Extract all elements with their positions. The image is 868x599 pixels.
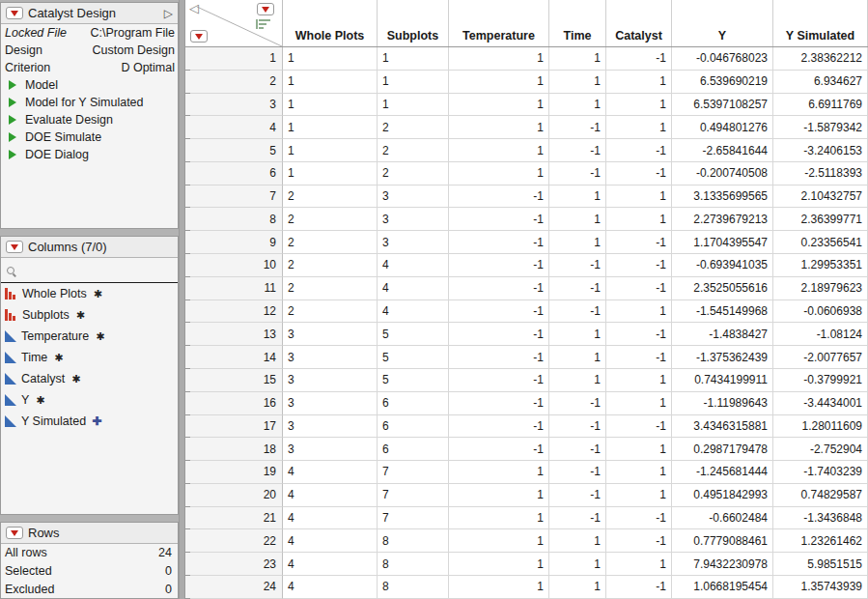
cell-time[interactable]: -1: [549, 438, 606, 461]
cell-temperature[interactable]: 1: [449, 576, 549, 599]
outline-item-model-for-y-simulated[interactable]: Model for Y Simulated: [1, 94, 178, 111]
cell-whole-plots[interactable]: 3: [283, 346, 378, 369]
cell-temperature[interactable]: -1: [449, 392, 549, 415]
cell-catalyst[interactable]: -1: [606, 415, 672, 439]
cell-catalyst[interactable]: 1: [606, 116, 672, 139]
cell-y-simulated[interactable]: -2.752904: [773, 438, 868, 461]
cell-y-simulated[interactable]: -1.3436848: [773, 507, 868, 530]
cell-time[interactable]: -1: [549, 162, 606, 185]
cell-subplots[interactable]: 8: [378, 553, 449, 576]
column-item-y-simulated[interactable]: Y Simulated✚: [1, 411, 178, 432]
cell-time[interactable]: 1: [549, 369, 606, 392]
cell-y-simulated[interactable]: 0.74829587: [773, 484, 868, 507]
sidebar-splitter[interactable]: [179, 0, 185, 599]
cell-catalyst[interactable]: -1: [606, 47, 672, 71]
table-collapse-icon[interactable]: ◁: [189, 1, 199, 15]
cell-temperature[interactable]: 1: [449, 553, 549, 576]
cell-y[interactable]: 3.1335699565: [672, 185, 773, 209]
cell-catalyst[interactable]: 1: [606, 553, 672, 576]
row-number[interactable]: 10: [185, 254, 283, 277]
cell-catalyst[interactable]: -1: [606, 254, 672, 277]
cell-catalyst[interactable]: -1: [606, 346, 672, 369]
catalyst-design-menu-button[interactable]: [6, 7, 23, 19]
cell-time[interactable]: 1: [549, 576, 606, 599]
column-item-catalyst[interactable]: Catalyst✱: [1, 368, 178, 389]
cell-time[interactable]: -1: [549, 254, 606, 277]
cell-time[interactable]: 1: [549, 94, 606, 117]
cell-temperature[interactable]: 1: [449, 529, 549, 553]
row-number[interactable]: 3: [185, 94, 283, 117]
cell-subplots[interactable]: 4: [378, 277, 449, 300]
cell-catalyst[interactable]: 1: [606, 71, 672, 94]
cell-y[interactable]: 0.7434199911: [672, 369, 773, 392]
cell-time[interactable]: 1: [549, 346, 606, 369]
cell-time[interactable]: 1: [549, 208, 606, 231]
cell-y[interactable]: 6.5397108257: [672, 94, 773, 117]
cell-y[interactable]: 0.4951842993: [672, 484, 773, 507]
columns-menu-button[interactable]: [6, 241, 23, 253]
cell-time[interactable]: -1: [549, 484, 606, 507]
cell-y[interactable]: 1.1704395547: [672, 231, 773, 254]
cell-subplots[interactable]: 5: [378, 369, 449, 392]
cell-y-simulated[interactable]: -3.2406153: [773, 139, 868, 162]
cell-whole-plots[interactable]: 2: [283, 208, 378, 231]
row-number[interactable]: 8: [185, 208, 283, 231]
row-number[interactable]: 20: [185, 484, 283, 507]
row-number[interactable]: 16: [185, 392, 283, 415]
row-number[interactable]: 21: [185, 507, 283, 530]
columns-search-input[interactable]: [18, 263, 134, 278]
cell-whole-plots[interactable]: 1: [283, 162, 378, 185]
cell-y[interactable]: 1.0668195454: [672, 576, 773, 599]
cell-subplots[interactable]: 7: [378, 507, 449, 530]
cell-y[interactable]: -0.693941035: [672, 254, 773, 277]
cell-y-simulated[interactable]: 6.934627: [773, 71, 868, 94]
cell-y[interactable]: 0.7779088461: [672, 529, 773, 553]
column-header-temperature[interactable]: Temperature: [449, 0, 549, 46]
row-number[interactable]: 7: [185, 185, 283, 209]
row-number[interactable]: 17: [185, 415, 283, 439]
cell-time[interactable]: -1: [549, 415, 606, 439]
disclosure-arrow-icon[interactable]: [9, 80, 16, 90]
column-header-y[interactable]: Y: [672, 0, 773, 46]
cell-temperature[interactable]: 1: [449, 162, 549, 185]
cell-whole-plots[interactable]: 1: [283, 116, 378, 139]
column-header-y-simulated[interactable]: Y Simulated: [773, 0, 868, 46]
cell-catalyst[interactable]: 1: [606, 300, 672, 324]
cell-y-simulated[interactable]: -2.5118393: [773, 162, 868, 185]
cell-temperature[interactable]: 1: [449, 139, 549, 162]
cell-subplots[interactable]: 2: [378, 162, 449, 185]
column-item-temperature[interactable]: Temperature✱: [1, 326, 178, 347]
cell-time[interactable]: 1: [549, 231, 606, 254]
cell-whole-plots[interactable]: 2: [283, 254, 378, 277]
cell-catalyst[interactable]: 1: [606, 438, 672, 461]
cell-y[interactable]: -1.545149968: [672, 300, 773, 324]
cell-time[interactable]: 1: [549, 529, 606, 553]
cell-temperature[interactable]: -1: [449, 369, 549, 392]
cell-y-simulated[interactable]: 2.18979623: [773, 277, 868, 300]
cell-catalyst[interactable]: -1: [606, 231, 672, 254]
cell-whole-plots[interactable]: 2: [283, 231, 378, 254]
cell-catalyst[interactable]: 1: [606, 185, 672, 209]
cell-catalyst[interactable]: -1: [606, 323, 672, 346]
cell-y[interactable]: -0.200740508: [672, 162, 773, 185]
column-header-time[interactable]: Time: [549, 0, 606, 46]
cell-y[interactable]: -1.4838427: [672, 323, 773, 346]
cell-catalyst[interactable]: 1: [606, 94, 672, 117]
cell-catalyst[interactable]: -1: [606, 162, 672, 185]
row-number[interactable]: 24: [185, 576, 283, 599]
cell-subplots[interactable]: 1: [378, 71, 449, 94]
cell-y[interactable]: -1.11989643: [672, 392, 773, 415]
cell-y-simulated[interactable]: 6.6911769: [773, 94, 868, 117]
cell-catalyst[interactable]: -1: [606, 576, 672, 599]
cell-temperature[interactable]: -1: [449, 231, 549, 254]
cell-time[interactable]: -1: [549, 507, 606, 530]
cell-subplots[interactable]: 4: [378, 254, 449, 277]
cell-whole-plots[interactable]: 3: [283, 369, 378, 392]
row-number[interactable]: 19: [185, 461, 283, 484]
cell-subplots[interactable]: 3: [378, 208, 449, 231]
cell-y-simulated[interactable]: 2.10432757: [773, 185, 868, 209]
cell-whole-plots[interactable]: 4: [283, 507, 378, 530]
cell-whole-plots[interactable]: 4: [283, 484, 378, 507]
cell-y[interactable]: -1.375362439: [672, 346, 773, 369]
cell-temperature[interactable]: 1: [449, 71, 549, 94]
